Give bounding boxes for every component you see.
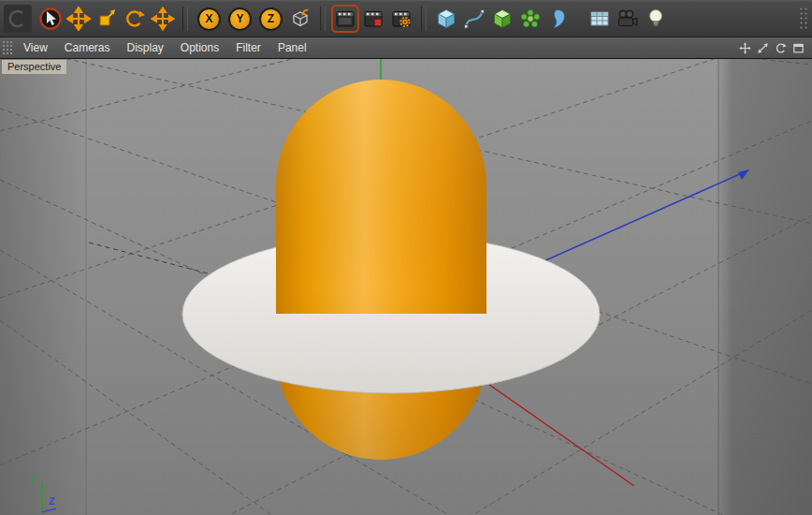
add-primitive-cube-button[interactable] <box>433 6 459 32</box>
render-picture-viewer-button[interactable] <box>360 6 386 32</box>
table-grid-icon <box>587 7 612 31</box>
move-tool-button[interactable] <box>65 6 92 32</box>
menu-display[interactable]: Display <box>118 39 171 56</box>
x-axis-lock-button[interactable]: X <box>197 7 221 31</box>
light-bulb-icon <box>644 7 668 31</box>
y-axis-lock-button[interactable]: Y <box>228 7 252 31</box>
z-axis-lock-button[interactable]: Z <box>259 7 283 31</box>
render-view-button[interactable] <box>332 6 358 32</box>
rotate-icon <box>123 7 147 31</box>
y-axis-label: Y <box>236 12 243 25</box>
viewport-menubar: View Cameras Display Options Filter Pane… <box>0 37 812 59</box>
coordinate-system-icon <box>288 7 312 31</box>
blue-comma-icon <box>546 7 571 31</box>
gizmo-z-label: Z <box>49 495 55 507</box>
rotate-view-icon[interactable] <box>773 40 788 55</box>
cube-icon <box>434 7 458 31</box>
spline-icon <box>462 7 486 31</box>
c4d-logo-icon <box>6 7 30 31</box>
pan-view-icon[interactable] <box>737 40 752 55</box>
menu-options[interactable]: Options <box>172 39 227 56</box>
toggle-view-icon[interactable] <box>790 40 805 55</box>
scale-tool-button[interactable] <box>94 6 120 32</box>
menu-view[interactable]: View <box>15 39 56 56</box>
viewport-canvas[interactable]: Perspective Y Z <box>0 59 812 515</box>
render-view-icon <box>333 7 357 31</box>
add-generator-button[interactable] <box>489 6 515 32</box>
add-deformer-button[interactable] <box>545 6 572 32</box>
z-axis-label: Z <box>268 12 274 25</box>
capsule-object[interactable] <box>276 80 486 460</box>
scene-svg <box>0 59 812 515</box>
toolbar-separator <box>421 7 427 31</box>
add-modifier-button[interactable] <box>517 6 544 32</box>
green-cube-icon <box>490 7 515 31</box>
live-selection-icon <box>38 7 63 31</box>
move-axes-tool-button[interactable] <box>150 6 176 32</box>
menu-filter[interactable]: Filter <box>227 39 269 56</box>
gizmo-y-label: Y <box>28 475 35 486</box>
toolbar-separator <box>320 7 326 31</box>
rotate-tool-button[interactable] <box>122 6 148 32</box>
camera-label[interactable]: Perspective <box>2 60 66 74</box>
c4d-logo-button <box>4 5 32 33</box>
toolbar-separator <box>182 7 188 31</box>
coordinate-system-button[interactable] <box>287 6 313 32</box>
scene-browser-button[interactable] <box>587 6 613 32</box>
add-camera-button[interactable] <box>615 6 641 32</box>
move-axes-icon <box>151 7 175 31</box>
scale-icon <box>94 7 119 31</box>
add-light-button[interactable] <box>643 6 669 32</box>
live-selection-button[interactable] <box>37 6 64 32</box>
toolbar-grip[interactable] <box>799 7 808 31</box>
menu-cameras[interactable]: Cameras <box>56 39 119 56</box>
menu-panel[interactable]: Panel <box>269 39 315 56</box>
main-toolbar: X Y Z <box>0 0 812 37</box>
modifier-flower-icon <box>518 7 543 31</box>
render-settings-button[interactable] <box>388 6 414 32</box>
render-settings-icon <box>389 7 413 31</box>
zoom-view-icon[interactable] <box>755 40 770 55</box>
x-axis-label: X <box>205 12 212 25</box>
menubar-grip[interactable] <box>2 40 12 56</box>
cinema4d-window: X Y Z <box>0 0 812 515</box>
move-icon <box>66 7 91 31</box>
camera-icon <box>616 7 640 31</box>
render-picture-viewer-icon <box>361 7 385 31</box>
add-spline-button[interactable] <box>461 6 487 32</box>
